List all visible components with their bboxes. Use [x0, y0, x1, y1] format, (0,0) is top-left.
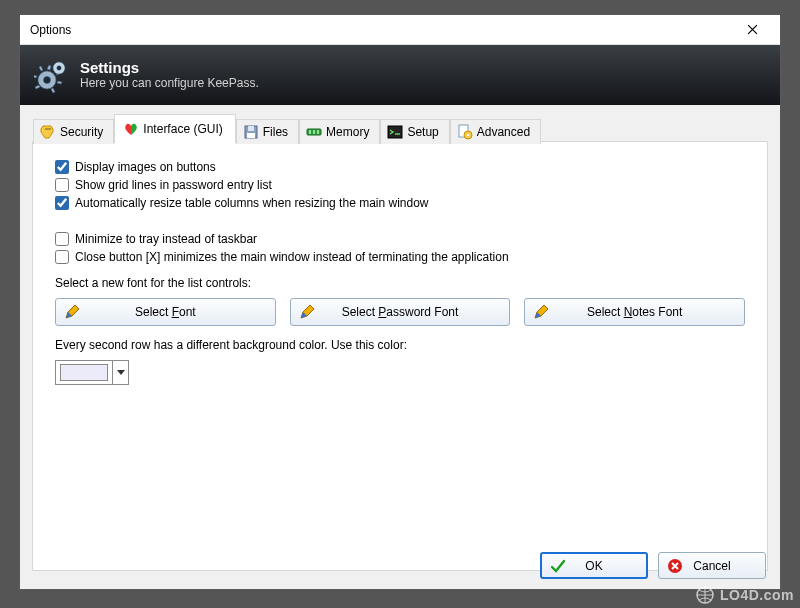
tab-interface[interactable]: Interface (GUI): [114, 114, 235, 143]
tab-strip: Security Interface (GUI) Files Memory: [33, 116, 541, 143]
close-button[interactable]: [732, 16, 772, 44]
content-area: Security Interface (GUI) Files Memory: [20, 105, 780, 589]
shield-icon: [40, 124, 56, 140]
close-icon: [747, 24, 758, 35]
check-label: Close button [X] minimizes the main wind…: [75, 250, 509, 264]
select-font-button[interactable]: Select Font: [55, 298, 276, 326]
check-minimize-tray[interactable]: Minimize to tray instead of taskbar: [55, 232, 745, 246]
button-label: Select Font: [135, 305, 196, 319]
button-label: Select Notes Font: [587, 305, 682, 319]
svg-point-3: [57, 66, 61, 70]
titlebar: Options: [20, 15, 780, 45]
check-auto-resize[interactable]: Automatically resize table columns when …: [55, 196, 745, 210]
button-label: Cancel: [693, 559, 730, 573]
button-label: OK: [585, 559, 602, 573]
chevron-down-icon: [117, 370, 125, 375]
checkbox[interactable]: [55, 196, 69, 210]
font-button-row: Select Font Select Password Font Select …: [55, 298, 745, 326]
checkbox[interactable]: [55, 250, 69, 264]
svg-rect-10: [317, 130, 319, 134]
button-label: Select Password Font: [342, 305, 459, 319]
options-dialog: Options Settings Here you can configure …: [19, 14, 781, 590]
check-display-images[interactable]: Display images on buttons: [55, 160, 745, 174]
memory-icon: [306, 124, 322, 140]
pen-icon: [299, 304, 315, 320]
tab-label: Setup: [407, 125, 438, 139]
svg-rect-6: [247, 133, 255, 138]
check-label: Automatically resize table columns when …: [75, 196, 429, 210]
tab-label: Advanced: [477, 125, 530, 139]
banner: Settings Here you can configure KeePass.: [20, 45, 780, 105]
tab-label: Security: [60, 125, 103, 139]
select-password-font-button[interactable]: Select Password Font: [290, 298, 511, 326]
check-close-minimize[interactable]: Close button [X] minimizes the main wind…: [55, 250, 745, 264]
window-title: Options: [30, 23, 71, 37]
tab-memory[interactable]: Memory: [299, 119, 380, 144]
terminal-icon: [387, 124, 403, 140]
tab-panel: Security Interface (GUI) Files Memory: [32, 141, 768, 571]
tab-label: Interface (GUI): [143, 122, 222, 136]
checkbox[interactable]: [55, 178, 69, 192]
svg-rect-8: [309, 130, 311, 134]
select-notes-font-button[interactable]: Select Notes Font: [524, 298, 745, 326]
dialog-buttons: OK Cancel: [540, 552, 766, 579]
color-swatch: [60, 364, 108, 381]
check-icon: [550, 558, 566, 574]
svg-rect-5: [248, 126, 254, 131]
banner-text: Settings Here you can configure KeePass.: [80, 60, 259, 91]
svg-rect-11: [388, 126, 402, 138]
svg-rect-9: [313, 130, 315, 134]
watermark: LO4D.com: [696, 586, 794, 604]
svg-point-14: [466, 134, 469, 137]
tab-advanced[interactable]: Advanced: [450, 119, 541, 144]
pen-icon: [533, 304, 549, 320]
check-label: Display images on buttons: [75, 160, 216, 174]
check-grid-lines[interactable]: Show grid lines in password entry list: [55, 178, 745, 192]
globe-icon: [696, 586, 714, 604]
floppy-icon: [243, 124, 259, 140]
color-picker[interactable]: [55, 360, 129, 385]
check-label: Show grid lines in password entry list: [75, 178, 272, 192]
font-prompt: Select a new font for the list controls:: [55, 276, 745, 290]
tab-security[interactable]: Security: [33, 119, 114, 144]
document-gear-icon: [457, 124, 473, 140]
tab-files[interactable]: Files: [236, 119, 299, 144]
cancel-icon: [667, 558, 683, 574]
banner-sub: Here you can configure KeePass.: [80, 76, 259, 90]
tab-label: Files: [263, 125, 288, 139]
color-prompt: Every second row has a different backgro…: [55, 338, 745, 352]
gear-icon: [34, 57, 70, 93]
color-dropdown[interactable]: [112, 361, 128, 384]
checkbox[interactable]: [55, 232, 69, 246]
ok-button[interactable]: OK: [540, 552, 648, 579]
banner-heading: Settings: [80, 60, 259, 77]
watermark-text: LO4D.com: [720, 587, 794, 603]
heart-icon: [123, 121, 139, 137]
cancel-button[interactable]: Cancel: [658, 552, 766, 579]
checkbox[interactable]: [55, 160, 69, 174]
tab-setup[interactable]: Setup: [380, 119, 449, 144]
tab-body: Display images on buttons Show grid line…: [33, 142, 767, 570]
pen-icon: [64, 304, 80, 320]
check-label: Minimize to tray instead of taskbar: [75, 232, 257, 246]
tab-label: Memory: [326, 125, 369, 139]
svg-point-1: [44, 77, 51, 84]
